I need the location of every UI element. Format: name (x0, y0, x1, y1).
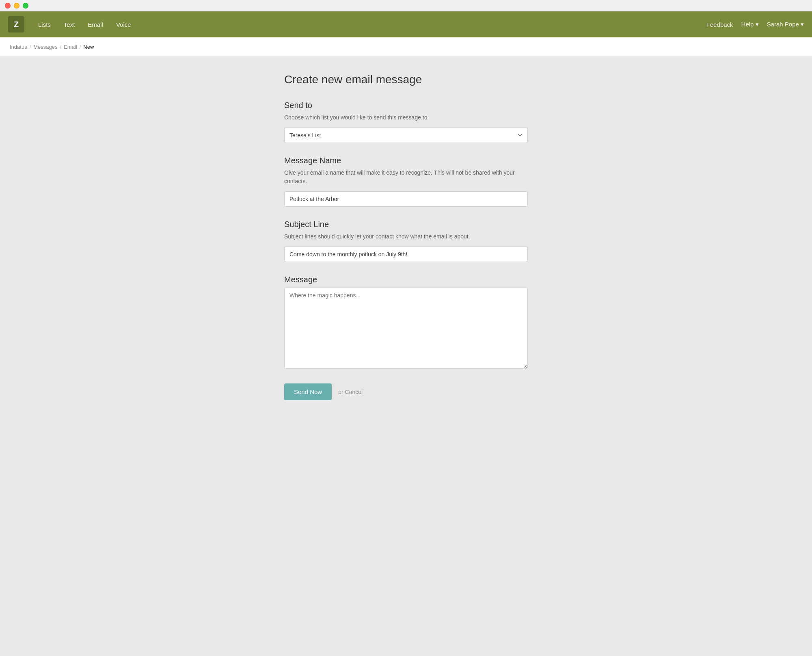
navbar: Z Lists Text Email Voice Feedback Help ▾… (0, 11, 812, 37)
user-name: Sarah Pope (767, 21, 799, 28)
breadcrumb-sep-3: / (80, 44, 81, 50)
send-to-title: Send to (284, 101, 528, 110)
message-name-section: Message Name Give your email a name that… (284, 156, 528, 207)
message-name-description: Give your email a name that will make it… (284, 169, 528, 186)
nav-lists[interactable]: Lists (32, 18, 56, 31)
form-container: Create new email message Send to Choose … (284, 73, 528, 400)
nav-links: Lists Text Email Voice (32, 18, 706, 31)
navbar-right: Feedback Help ▾ Sarah Pope ▾ (706, 21, 804, 28)
message-name-title: Message Name (284, 156, 528, 165)
message-textarea[interactable] (284, 288, 528, 369)
breadcrumb-sep-1: / (30, 44, 31, 50)
breadcrumb-email[interactable]: Email (64, 44, 77, 50)
subject-line-section: Subject Line Subject lines should quickl… (284, 220, 528, 262)
help-label: Help (741, 21, 754, 28)
minimize-dot[interactable] (14, 3, 19, 9)
form-actions: Send Now or Cancel (284, 383, 528, 400)
nav-voice[interactable]: Voice (110, 18, 137, 31)
main-content: Create new email message Send to Choose … (0, 57, 812, 424)
send-to-section: Send to Choose which list you would like… (284, 101, 528, 143)
breadcrumb-new: New (83, 44, 94, 50)
breadcrumb-bar: Indatus / Messages / Email / New (0, 37, 812, 57)
subject-line-description: Subject lines should quickly let your co… (284, 232, 528, 241)
brand-logo[interactable]: Z (8, 16, 24, 32)
help-menu[interactable]: Help ▾ (741, 21, 759, 28)
title-bar (0, 0, 812, 11)
message-name-input[interactable] (284, 191, 528, 207)
send-now-button[interactable]: Send Now (284, 383, 332, 400)
subject-line-input[interactable] (284, 247, 528, 262)
cancel-link[interactable]: or Cancel (338, 389, 363, 395)
feedback-link[interactable]: Feedback (706, 21, 733, 28)
breadcrumb-sep-2: / (60, 44, 62, 50)
nav-email[interactable]: Email (82, 18, 109, 31)
page-title: Create new email message (284, 73, 528, 86)
message-section: Message (284, 275, 528, 370)
message-title: Message (284, 275, 528, 284)
breadcrumb: Indatus / Messages / Email / New (10, 44, 802, 50)
breadcrumb-messages[interactable]: Messages (33, 44, 57, 50)
close-dot[interactable] (5, 3, 11, 9)
maximize-dot[interactable] (23, 3, 28, 9)
nav-text[interactable]: Text (58, 18, 81, 31)
subject-line-title: Subject Line (284, 220, 528, 229)
breadcrumb-indatus[interactable]: Indatus (10, 44, 27, 50)
list-select[interactable]: Teresa's List (284, 128, 528, 143)
user-caret-icon: ▾ (801, 21, 804, 28)
send-to-description: Choose which list you would like to send… (284, 113, 528, 122)
help-caret-icon: ▾ (756, 21, 759, 28)
user-menu[interactable]: Sarah Pope ▾ (767, 21, 804, 28)
